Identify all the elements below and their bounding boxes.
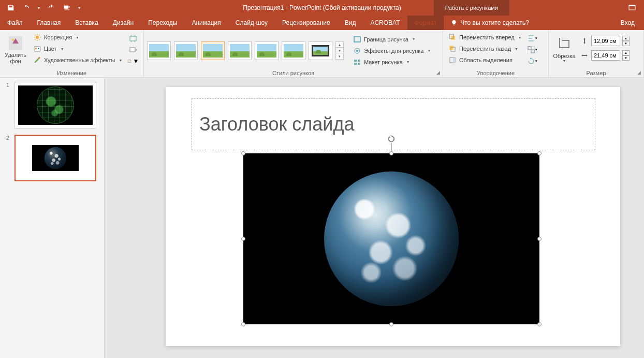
resize-handle-right[interactable] [537, 237, 541, 241]
style-thumb-6[interactable] [282, 41, 305, 60]
layout-icon [353, 58, 361, 66]
svg-rect-16 [38, 57, 40, 60]
svg-rect-13 [34, 47, 40, 51]
tab-animations[interactable]: Анимация [184, 16, 228, 30]
tab-insert[interactable]: Вставка [68, 16, 106, 30]
remove-background-label: Удалить фон [3, 52, 28, 64]
sign-in-link[interactable]: Вход [611, 16, 644, 30]
window-title: Презентация1 - PowerPoint (Сбой активаци… [243, 4, 401, 11]
resize-handle-bottom-left[interactable] [241, 322, 245, 326]
gallery-more-button[interactable]: ▾ [336, 53, 343, 59]
tab-view[interactable]: Вид [338, 16, 363, 30]
height-input[interactable]: 12,09 см [591, 36, 620, 46]
width-down[interactable]: ▼ [622, 55, 630, 61]
bring-forward-label: Переместить вперед [459, 34, 515, 40]
styles-dialog-launcher[interactable]: ◢ [435, 69, 441, 76]
send-backward-label: Переместить назад [459, 46, 511, 52]
picture-selection[interactable] [243, 153, 539, 324]
rotation-connector [391, 143, 392, 151]
tab-acrobat[interactable]: ACROBAT [363, 16, 407, 30]
artistic-effects-label: Художественные эффекты [44, 57, 115, 63]
group-button[interactable]: ▼ [527, 45, 538, 55]
height-down[interactable]: ▼ [622, 41, 630, 46]
tab-review[interactable]: Рецензирование [275, 16, 338, 30]
picture-border-label: Граница рисунка [364, 36, 408, 42]
effects-icon [353, 47, 361, 55]
svg-rect-23 [354, 60, 357, 62]
save-button[interactable] [5, 2, 17, 13]
height-up[interactable]: ▲ [622, 36, 630, 41]
brush-icon [33, 56, 41, 64]
width-input[interactable]: 21,49 см [591, 50, 620, 61]
rotate-button[interactable]: ▼ [527, 56, 538, 66]
undo-dropdown[interactable]: ▼ [36, 2, 41, 13]
gallery-down-button[interactable]: ▼ [336, 48, 343, 53]
tab-home[interactable]: Главная [30, 16, 68, 30]
start-from-beginning-button[interactable] [61, 2, 72, 13]
reset-picture-button[interactable]: ▼ [127, 56, 139, 66]
style-thumb-1[interactable] [147, 41, 171, 60]
redo-button[interactable] [46, 2, 57, 13]
size-group-label: Размер [552, 69, 640, 76]
corrections-button[interactable]: Коррекция▼ [31, 32, 124, 42]
change-picture-button[interactable] [127, 45, 139, 55]
reset-icon [127, 57, 132, 65]
svg-line-11 [35, 39, 36, 40]
color-button[interactable]: Цвет▼ [31, 44, 124, 54]
crop-button[interactable]: Обрезка ▼ [552, 32, 577, 66]
send-backward-button[interactable]: Переместить назад▼ [446, 44, 524, 54]
artistic-effects-button[interactable]: Художественные эффекты▼ [31, 55, 124, 65]
picture-layout-button[interactable]: Макет рисунка▼ [351, 57, 433, 67]
resize-handle-bottom[interactable] [389, 322, 393, 326]
style-thumb-4[interactable] [228, 41, 252, 60]
picture-effects-button[interactable]: Эффекты для рисунка▼ [351, 46, 433, 56]
align-button[interactable]: ▼ [527, 33, 538, 44]
remove-background-button[interactable]: Удалить фон [3, 32, 28, 66]
ribbon-display-options-button[interactable] [626, 2, 638, 13]
ribbon-group-picture-styles: ▲ ▼ ▾ Граница рисунка▼ Эффекты для рисун… [144, 30, 443, 77]
picture-styles-gallery: ▲ ▼ ▾ [147, 41, 344, 60]
tab-format[interactable]: Формат [407, 16, 444, 30]
qat-customize-dropdown[interactable]: ▼ [77, 2, 82, 13]
selection-pane-button[interactable]: Область выделения [446, 55, 524, 65]
slide-editor[interactable]: Заголовок слайда [105, 78, 644, 358]
inserted-picture[interactable] [243, 153, 539, 324]
resize-handle-top-right[interactable] [537, 151, 541, 155]
resize-handle-left[interactable] [241, 237, 245, 241]
palette-icon [33, 45, 41, 53]
thumbnail-row-1: 1 [6, 82, 98, 128]
size-dialog-launcher[interactable]: ◢ [636, 69, 642, 76]
style-thumb-2[interactable] [174, 41, 198, 60]
tab-slideshow[interactable]: Слайд-шоу [228, 16, 275, 30]
tab-file[interactable]: Файл [0, 16, 30, 30]
svg-line-12 [39, 35, 40, 36]
quick-access-toolbar: ▼ ▼ [0, 2, 82, 13]
compress-pictures-button[interactable] [127, 33, 139, 44]
tab-transitions[interactable]: Переходы [141, 16, 184, 30]
slide-thumbnail-1[interactable] [14, 82, 96, 128]
undo-button[interactable] [21, 2, 32, 13]
align-icon [528, 35, 535, 42]
gallery-up-button[interactable]: ▲ [336, 42, 343, 48]
slide-canvas[interactable]: Заголовок слайда [166, 87, 620, 346]
sun-icon [33, 33, 41, 41]
group-icon [528, 46, 535, 53]
style-thumb-5[interactable] [255, 41, 279, 60]
picture-border-button[interactable]: Граница рисунка▼ [351, 34, 433, 45]
change-picture-icon [129, 46, 137, 54]
svg-rect-29 [449, 46, 453, 50]
style-thumb-7[interactable] [309, 41, 332, 60]
width-up[interactable]: ▲ [622, 50, 630, 55]
resize-handle-bottom-right[interactable] [537, 322, 541, 326]
bring-forward-button[interactable]: Переместить вперед▼ [446, 32, 524, 42]
svg-rect-36 [528, 47, 531, 50]
style-thumb-3[interactable] [201, 41, 225, 60]
ribbon-tabs: Файл Главная Вставка Дизайн Переходы Ани… [0, 16, 644, 30]
resize-handle-top[interactable] [389, 151, 393, 155]
resize-handle-top-left[interactable] [241, 151, 245, 155]
slide-thumbnail-2[interactable] [14, 135, 96, 181]
svg-line-9 [35, 35, 36, 36]
tab-design[interactable]: Дизайн [106, 16, 141, 30]
rotation-handle[interactable] [387, 135, 396, 143]
tell-me-search[interactable]: Что вы хотите сделать? [444, 16, 536, 30]
